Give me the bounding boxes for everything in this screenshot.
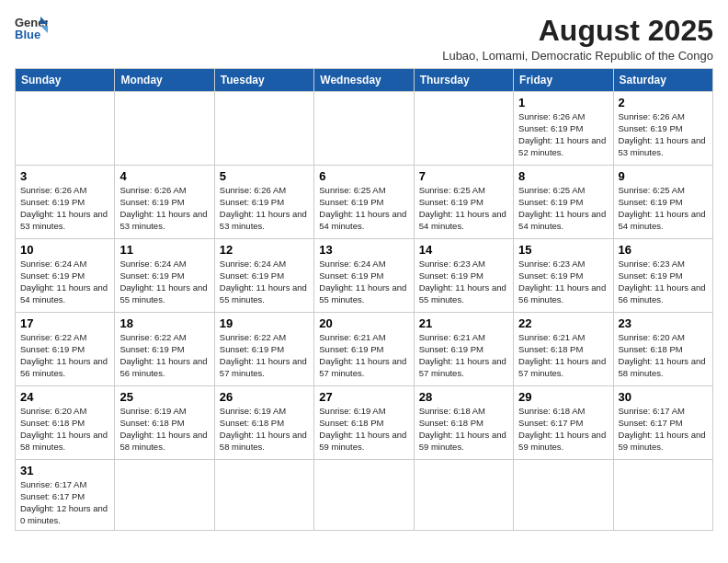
column-header-sunday: Sunday bbox=[16, 69, 115, 92]
cell-info: Sunrise: 6:23 AM Sunset: 6:19 PM Dayligh… bbox=[518, 259, 608, 305]
calendar-cell: 22 Sunrise: 6:21 AM Sunset: 6:18 PM Dayl… bbox=[514, 313, 613, 386]
date-number: 9 bbox=[619, 169, 708, 183]
calendar-cell: 8 Sunrise: 6:25 AM Sunset: 6:19 PM Dayli… bbox=[514, 166, 613, 239]
cell-info: Sunrise: 6:24 AM Sunset: 6:19 PM Dayligh… bbox=[20, 259, 109, 305]
calendar-cell: 12 Sunrise: 6:24 AM Sunset: 6:19 PM Dayl… bbox=[214, 239, 313, 313]
calendar-cell: 13 Sunrise: 6:24 AM Sunset: 6:19 PM Dayl… bbox=[314, 239, 414, 313]
date-number: 4 bbox=[119, 169, 209, 183]
cell-info: Sunrise: 6:21 AM Sunset: 6:19 PM Dayligh… bbox=[419, 332, 508, 379]
calendar-cell: 18 Sunrise: 6:22 AM Sunset: 6:19 PM Dayl… bbox=[115, 313, 214, 386]
date-number: 28 bbox=[419, 390, 508, 404]
calendar-cell: 7 Sunrise: 6:25 AM Sunset: 6:19 PM Dayli… bbox=[414, 166, 513, 239]
column-header-thursday: Thursday bbox=[414, 69, 513, 92]
date-number: 21 bbox=[419, 316, 508, 330]
week-row-5: 24 Sunrise: 6:20 AM Sunset: 6:18 PM Dayl… bbox=[16, 386, 713, 460]
cell-info: Sunrise: 6:26 AM Sunset: 6:19 PM Dayligh… bbox=[518, 111, 608, 158]
date-number: 30 bbox=[619, 390, 708, 404]
calendar-cell bbox=[314, 460, 414, 531]
logo: General Blue bbox=[15, 15, 48, 40]
logo-icon: General Blue bbox=[15, 15, 48, 40]
column-header-saturday: Saturday bbox=[613, 69, 712, 92]
calendar-cell: 6 Sunrise: 6:25 AM Sunset: 6:19 PM Dayli… bbox=[314, 166, 414, 239]
cell-info: Sunrise: 6:25 AM Sunset: 6:19 PM Dayligh… bbox=[619, 185, 708, 232]
calendar-cell bbox=[613, 460, 712, 531]
cell-info: Sunrise: 6:18 AM Sunset: 6:18 PM Dayligh… bbox=[419, 406, 508, 453]
calendar-cell: 19 Sunrise: 6:22 AM Sunset: 6:19 PM Dayl… bbox=[214, 313, 313, 386]
date-number: 18 bbox=[119, 316, 209, 330]
calendar-cell: 2 Sunrise: 6:26 AM Sunset: 6:19 PM Dayli… bbox=[613, 92, 712, 166]
calendar-cell: 3 Sunrise: 6:26 AM Sunset: 6:19 PM Dayli… bbox=[16, 166, 115, 239]
title-block: August 2025 Lubao, Lomami, Democratic Re… bbox=[442, 15, 713, 63]
page-title: August 2025 bbox=[442, 15, 713, 47]
svg-text:Blue: Blue bbox=[15, 28, 40, 40]
calendar-cell bbox=[16, 92, 115, 166]
week-row-1: 1 Sunrise: 6:26 AM Sunset: 6:19 PM Dayli… bbox=[16, 92, 713, 166]
calendar-cell: 25 Sunrise: 6:19 AM Sunset: 6:18 PM Dayl… bbox=[115, 386, 214, 460]
date-number: 23 bbox=[619, 316, 708, 330]
calendar-cell bbox=[414, 92, 513, 166]
date-number: 26 bbox=[220, 390, 309, 404]
calendar-cell bbox=[115, 92, 214, 166]
date-number: 22 bbox=[518, 316, 608, 330]
date-number: 5 bbox=[220, 169, 309, 183]
calendar-cell: 24 Sunrise: 6:20 AM Sunset: 6:18 PM Dayl… bbox=[16, 386, 115, 460]
cell-info: Sunrise: 6:21 AM Sunset: 6:19 PM Dayligh… bbox=[319, 332, 408, 379]
week-row-6: 31 Sunrise: 6:17 AM Sunset: 6:17 PM Dayl… bbox=[16, 460, 713, 531]
date-number: 8 bbox=[518, 169, 608, 183]
date-number: 16 bbox=[619, 243, 708, 257]
calendar-cell: 4 Sunrise: 6:26 AM Sunset: 6:19 PM Dayli… bbox=[115, 166, 214, 239]
cell-info: Sunrise: 6:19 AM Sunset: 6:18 PM Dayligh… bbox=[119, 406, 209, 453]
date-number: 27 bbox=[319, 390, 408, 404]
calendar-cell: 11 Sunrise: 6:24 AM Sunset: 6:19 PM Dayl… bbox=[115, 239, 214, 313]
calendar-cell: 31 Sunrise: 6:17 AM Sunset: 6:17 PM Dayl… bbox=[16, 460, 115, 531]
cell-info: Sunrise: 6:20 AM Sunset: 6:18 PM Dayligh… bbox=[619, 332, 708, 379]
calendar-cell bbox=[115, 460, 214, 531]
date-number: 13 bbox=[319, 243, 408, 257]
cell-info: Sunrise: 6:23 AM Sunset: 6:19 PM Dayligh… bbox=[419, 259, 508, 305]
cell-info: Sunrise: 6:25 AM Sunset: 6:19 PM Dayligh… bbox=[319, 185, 408, 232]
calendar-cell bbox=[214, 460, 313, 531]
cell-info: Sunrise: 6:17 AM Sunset: 6:17 PM Dayligh… bbox=[20, 479, 109, 526]
cell-info: Sunrise: 6:22 AM Sunset: 6:19 PM Dayligh… bbox=[119, 332, 209, 379]
calendar-cell: 20 Sunrise: 6:21 AM Sunset: 6:19 PM Dayl… bbox=[314, 313, 414, 386]
calendar-cell: 9 Sunrise: 6:25 AM Sunset: 6:19 PM Dayli… bbox=[613, 166, 712, 239]
week-row-2: 3 Sunrise: 6:26 AM Sunset: 6:19 PM Dayli… bbox=[16, 166, 713, 239]
svg-marker-3 bbox=[40, 26, 48, 33]
date-number: 3 bbox=[20, 169, 109, 183]
date-number: 29 bbox=[518, 390, 608, 404]
date-number: 31 bbox=[20, 464, 109, 477]
date-number: 20 bbox=[319, 316, 408, 330]
calendar-cell: 27 Sunrise: 6:19 AM Sunset: 6:18 PM Dayl… bbox=[314, 386, 414, 460]
calendar-cell: 10 Sunrise: 6:24 AM Sunset: 6:19 PM Dayl… bbox=[16, 239, 115, 313]
date-number: 24 bbox=[20, 390, 109, 404]
cell-info: Sunrise: 6:26 AM Sunset: 6:19 PM Dayligh… bbox=[119, 185, 209, 232]
date-number: 2 bbox=[619, 96, 708, 109]
calendar-cell: 5 Sunrise: 6:26 AM Sunset: 6:19 PM Dayli… bbox=[214, 166, 313, 239]
date-number: 19 bbox=[220, 316, 309, 330]
date-number: 17 bbox=[20, 316, 109, 330]
calendar-cell bbox=[214, 92, 313, 166]
calendar-cell: 14 Sunrise: 6:23 AM Sunset: 6:19 PM Dayl… bbox=[414, 239, 513, 313]
date-number: 6 bbox=[319, 169, 408, 183]
date-number: 10 bbox=[20, 243, 109, 257]
cell-info: Sunrise: 6:22 AM Sunset: 6:19 PM Dayligh… bbox=[20, 332, 109, 379]
calendar-cell: 23 Sunrise: 6:20 AM Sunset: 6:18 PM Dayl… bbox=[613, 313, 712, 386]
calendar-cell: 30 Sunrise: 6:17 AM Sunset: 6:17 PM Dayl… bbox=[613, 386, 712, 460]
cell-info: Sunrise: 6:20 AM Sunset: 6:18 PM Dayligh… bbox=[20, 406, 109, 453]
cell-info: Sunrise: 6:18 AM Sunset: 6:17 PM Dayligh… bbox=[518, 406, 608, 453]
calendar-cell: 29 Sunrise: 6:18 AM Sunset: 6:17 PM Dayl… bbox=[514, 386, 613, 460]
date-number: 12 bbox=[220, 243, 309, 257]
calendar-cell: 26 Sunrise: 6:19 AM Sunset: 6:18 PM Dayl… bbox=[214, 386, 313, 460]
calendar-cell: 21 Sunrise: 6:21 AM Sunset: 6:19 PM Dayl… bbox=[414, 313, 513, 386]
week-row-4: 17 Sunrise: 6:22 AM Sunset: 6:19 PM Dayl… bbox=[16, 313, 713, 386]
calendar-cell bbox=[414, 460, 513, 531]
date-number: 11 bbox=[119, 243, 209, 257]
cell-info: Sunrise: 6:22 AM Sunset: 6:19 PM Dayligh… bbox=[220, 332, 309, 379]
calendar-table: SundayMondayTuesdayWednesdayThursdayFrid… bbox=[15, 68, 713, 531]
date-number: 1 bbox=[518, 96, 608, 109]
calendar-cell: 28 Sunrise: 6:18 AM Sunset: 6:18 PM Dayl… bbox=[414, 386, 513, 460]
date-number: 15 bbox=[518, 243, 608, 257]
cell-info: Sunrise: 6:26 AM Sunset: 6:19 PM Dayligh… bbox=[619, 111, 708, 158]
header-row: SundayMondayTuesdayWednesdayThursdayFrid… bbox=[16, 69, 713, 92]
column-header-wednesday: Wednesday bbox=[314, 69, 414, 92]
